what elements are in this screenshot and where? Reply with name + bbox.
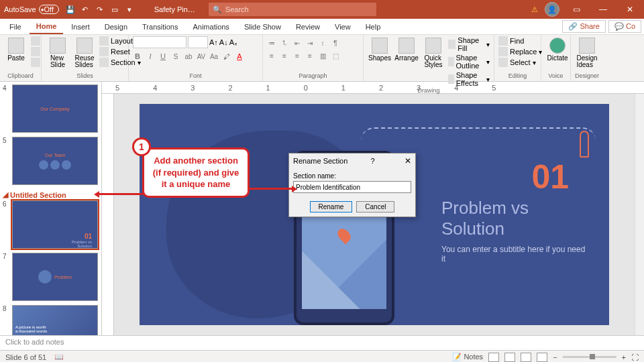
- italic-button[interactable]: I: [146, 52, 155, 61]
- reuse-slides-button[interactable]: Reuse Slides: [72, 36, 97, 70]
- shape-fill-button[interactable]: Shape Fill ▾: [448, 36, 490, 52]
- tab-animations[interactable]: Animations: [186, 20, 235, 34]
- section-header[interactable]: ◢Untitled Section: [3, 189, 99, 200]
- find-button[interactable]: Find: [498, 36, 542, 46]
- underline-button[interactable]: U: [158, 52, 168, 61]
- slide-thumb-6[interactable]: 01Problem vs Solution: [12, 200, 98, 249]
- close-button[interactable]: ✕: [620, 5, 640, 14]
- columns-button[interactable]: ▥: [318, 51, 327, 60]
- shadow-button[interactable]: ab: [184, 52, 193, 61]
- text-direction-button[interactable]: ¶: [331, 38, 340, 48]
- slide-subtitle[interactable]: You can enter a subtitle here if you nee…: [441, 245, 589, 263]
- slide-thumb-7[interactable]: Problem: [12, 253, 98, 301]
- section-name-input[interactable]: [293, 181, 411, 193]
- tab-review[interactable]: Review: [289, 20, 327, 34]
- normal-view-button[interactable]: [488, 353, 499, 362]
- replace-button[interactable]: Replace ▾: [498, 47, 542, 56]
- sorter-view-button[interactable]: [504, 353, 515, 362]
- search-box[interactable]: 🔍 Search: [209, 3, 376, 16]
- tab-transitions[interactable]: Transitions: [136, 20, 184, 34]
- case-button[interactable]: Aa: [209, 52, 219, 61]
- autosave-state[interactable]: ● Off: [39, 5, 59, 14]
- indent-dec-button[interactable]: ⇤: [292, 38, 302, 48]
- shapes-button[interactable]: Shapes: [368, 36, 392, 63]
- justify-button[interactable]: ≡: [305, 51, 315, 60]
- help-icon[interactable]: ?: [371, 157, 375, 165]
- vertical-scrollbar[interactable]: [635, 94, 644, 335]
- tab-view[interactable]: View: [328, 20, 358, 34]
- increase-font-icon[interactable]: A↑: [209, 38, 218, 46]
- collapse-icon[interactable]: ◢: [3, 190, 8, 199]
- slide-title[interactable]: Problem vs Solution: [441, 198, 589, 239]
- slide-thumbnail-panel[interactable]: 4Our Company 5Our Team ◢Untitled Section…: [0, 82, 102, 335]
- spacing-button[interactable]: AV: [197, 52, 206, 61]
- font-color-button[interactable]: A: [235, 52, 244, 61]
- arrange-button[interactable]: Arrange: [394, 36, 419, 63]
- align-center-button[interactable]: ≡: [280, 51, 289, 60]
- numbering-button[interactable]: ⒈: [280, 38, 289, 48]
- redo-icon[interactable]: ↷: [95, 5, 105, 14]
- zoom-slider[interactable]: [563, 356, 616, 358]
- save-icon[interactable]: 💾: [66, 5, 75, 14]
- indent-inc-button[interactable]: ⇥: [305, 38, 315, 48]
- reading-view-button[interactable]: [521, 353, 531, 362]
- design-ideas-button[interactable]: Design Ideas: [575, 36, 599, 70]
- align-right-button[interactable]: ≡: [292, 51, 302, 60]
- cut-button[interactable]: [31, 36, 40, 46]
- document-title[interactable]: Safety Pin…: [154, 5, 195, 13]
- zoom-in-button[interactable]: +: [622, 353, 626, 361]
- align-left-button[interactable]: ≡: [267, 51, 276, 60]
- slide-counter[interactable]: Slide 6 of 51: [5, 353, 46, 361]
- bold-button[interactable]: B: [133, 52, 142, 61]
- undo-icon[interactable]: ↶: [80, 5, 90, 14]
- decrease-font-icon[interactable]: A↓: [219, 38, 228, 46]
- shape-effects-button[interactable]: Shape Effects ▾: [448, 71, 490, 87]
- tab-insert[interactable]: Insert: [64, 20, 97, 34]
- spellcheck-icon[interactable]: 📖: [54, 353, 64, 361]
- cancel-button[interactable]: Cancel: [356, 201, 394, 213]
- slide-thumb-8[interactable]: A picture is worth a thousand words: [12, 305, 98, 335]
- fit-window-button[interactable]: ⛶: [631, 353, 639, 361]
- tab-file[interactable]: File: [3, 20, 28, 34]
- slideshow-view-button[interactable]: [537, 353, 547, 362]
- replace-icon: [498, 47, 508, 56]
- format-painter-button[interactable]: [31, 58, 40, 67]
- line-spacing-button[interactable]: ↕: [318, 38, 327, 48]
- notes-toggle[interactable]: 📝 Notes: [452, 353, 483, 361]
- minimize-button[interactable]: —: [593, 5, 613, 14]
- tab-help[interactable]: Help: [359, 20, 388, 34]
- font-name-select[interactable]: [133, 36, 186, 48]
- tab-home[interactable]: Home: [30, 19, 64, 34]
- strike-button[interactable]: S: [171, 52, 180, 61]
- copy-button[interactable]: [31, 47, 40, 56]
- slide-thumb-4[interactable]: Our Company: [12, 84, 98, 133]
- tab-slideshow[interactable]: Slide Show: [237, 20, 288, 34]
- paste-button[interactable]: Paste: [4, 36, 28, 63]
- menu-bar: File Home Insert Design Transitions Anim…: [0, 19, 644, 35]
- user-avatar[interactable]: 👤: [545, 2, 559, 17]
- clear-format-icon[interactable]: Aₓ: [229, 38, 237, 47]
- warning-icon[interactable]: ⚠: [531, 5, 538, 14]
- ribbon-mode-icon[interactable]: ▭: [566, 5, 586, 14]
- autosave-toggle[interactable]: AutoSave ● Off: [4, 5, 59, 14]
- share-button[interactable]: 🔗 Share: [562, 20, 605, 33]
- comments-button[interactable]: 💬 Co: [608, 20, 641, 33]
- tab-design[interactable]: Design: [98, 20, 134, 34]
- dictate-button[interactable]: Dictate: [545, 36, 570, 63]
- close-icon[interactable]: ✕: [405, 156, 411, 166]
- bullets-button[interactable]: ≔: [267, 38, 276, 48]
- slide-number-text[interactable]: 01: [531, 158, 569, 196]
- select-button[interactable]: Select ▾: [498, 58, 542, 67]
- new-slide-button[interactable]: New Slide: [46, 36, 70, 70]
- quick-styles-button[interactable]: Quick Styles: [421, 36, 445, 70]
- start-icon[interactable]: ▭: [110, 5, 119, 14]
- smartart-button[interactable]: ⬚: [331, 51, 340, 60]
- qat-more-icon[interactable]: ▾: [125, 5, 134, 14]
- slide-thumb-5[interactable]: Our Team: [12, 137, 98, 185]
- highlight-button[interactable]: 🖍: [222, 52, 231, 61]
- font-size-select[interactable]: [188, 36, 208, 48]
- zoom-out-button[interactable]: −: [553, 353, 557, 361]
- shape-outline-button[interactable]: Shape Outline ▾: [448, 54, 490, 70]
- rename-button[interactable]: Rename: [310, 201, 353, 213]
- notes-pane[interactable]: Click to add notes: [0, 335, 644, 350]
